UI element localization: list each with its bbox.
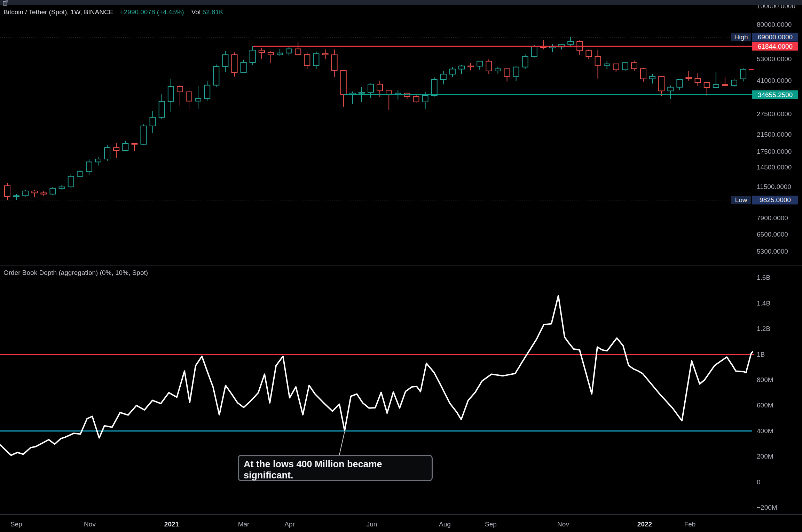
time-month-label: Mar [238, 521, 250, 528]
time-month-label: Jun [367, 521, 377, 528]
price-tick-label: 6500.0000 [757, 231, 788, 238]
time-month-label: Feb [684, 521, 696, 528]
price-tick-label: 53000.0000 [757, 55, 792, 63]
resistance-price-label: 61844.0000 [752, 42, 798, 51]
window-top-bar [0, 0, 802, 5]
time-year-label: 2022 [637, 521, 652, 528]
window-icon-overlay [6, 0, 8, 2]
price-tick-label: 41000.0000 [757, 77, 792, 85]
ob-tick-label: 1.2B [757, 325, 770, 333]
price-tick-label: 21500.0000 [757, 131, 792, 138]
ob-tick-label: 1B [757, 351, 765, 358]
ob-tick-label: 400M [757, 427, 773, 435]
ob-tick-label: −200M [757, 504, 777, 511]
price-tick-label: 17500.0000 [757, 148, 792, 156]
time-month-label: Aug [439, 521, 451, 528]
ob-tick-label: 600M [757, 402, 773, 409]
symbol-legend[interactable]: Bitcoin / Tether (Spot), 1W, BINANCE +29… [3, 8, 223, 16]
low-price-label: 9825.0000 [752, 196, 798, 204]
high-tag-label: High [731, 33, 751, 41]
high-price-label: 69000.0000 [752, 33, 798, 41]
tradingview-chart-window: Bitcoin / Tether (Spot), 1W, BINANCE +29… [0, 0, 802, 532]
annotation-text: At the lows 400 Million became significa… [244, 459, 382, 481]
support-price-label: 34655.2500 [752, 90, 798, 99]
price-tick-label: 7900.0000 [757, 214, 788, 222]
low-tag-label: Low [731, 196, 751, 204]
price-tick-label: 11500.0000 [757, 183, 791, 191]
annotation-note[interactable]: At the lows 400 Million became significa… [238, 455, 433, 481]
chart-canvas[interactable] [0, 0, 802, 532]
price-tick-label: 14500.0000 [757, 164, 792, 171]
price-tick-label: 5300.0000 [757, 248, 788, 255]
ob-tick-label: 1.6B [757, 274, 770, 281]
price-change: +2990.0078 (+4.45%) [120, 8, 184, 16]
ob-tick-label: 1.4B [757, 300, 770, 307]
time-month-label: Sep [485, 521, 497, 528]
time-month-label: Nov [84, 521, 96, 528]
time-month-label: Nov [557, 521, 569, 528]
ob-tick-label: 0 [757, 478, 761, 486]
ob-tick-label: 800M [757, 376, 773, 384]
indicator-title[interactable]: Order Book Depth (aggregation) (0%, 10%,… [3, 269, 148, 277]
time-month-label: Apr [284, 521, 295, 528]
ob-tick-label: 200M [757, 453, 773, 460]
time-month-label: Sep [10, 521, 22, 528]
time-year-label: 2021 [164, 521, 179, 528]
price-tick-label: 27500.0000 [757, 110, 792, 118]
price-tick-label: 80000.0000 [757, 21, 792, 29]
volume-label: Vol [191, 8, 200, 16]
symbol-title[interactable]: Bitcoin / Tether (Spot), 1W, BINANCE [3, 8, 113, 16]
volume-value: 52.81K [202, 8, 223, 16]
